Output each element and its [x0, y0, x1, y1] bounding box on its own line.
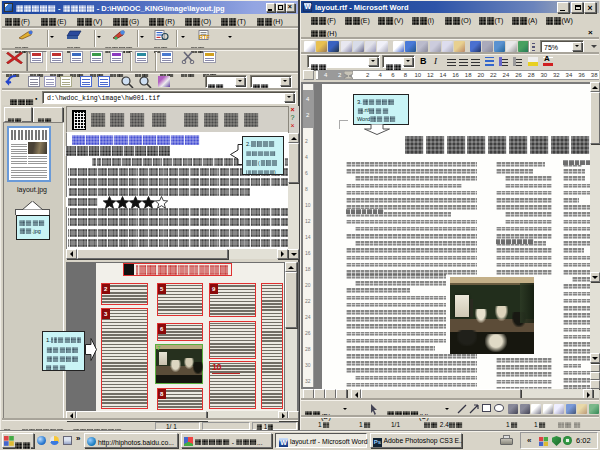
svg-text:RTF: RTF	[199, 34, 210, 40]
